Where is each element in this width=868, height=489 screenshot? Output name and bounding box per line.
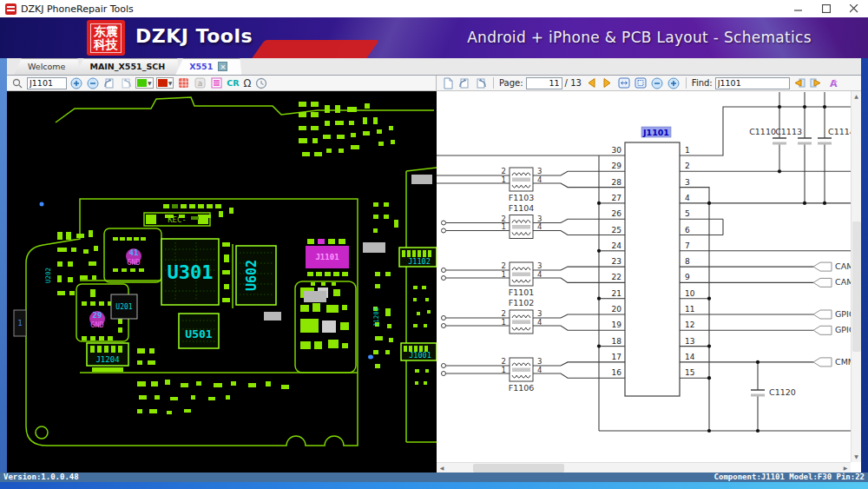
rotate-left-icon[interactable]: [102, 76, 116, 90]
svg-text:24: 24: [612, 241, 622, 250]
history-button[interactable]: [254, 76, 268, 90]
board-view-button[interactable]: [176, 76, 190, 90]
schematic-canvas[interactable]: J1101 30 29 28 27 26 25 24 23 22: [437, 91, 851, 462]
svg-text:25: 25: [612, 226, 621, 235]
svg-text:3: 3: [537, 309, 542, 318]
schematic-view-panel[interactable]: J1101 30 29 28 27 26 25 24 23 22: [437, 91, 861, 472]
status-version: Version:1.0.0.48: [3, 472, 79, 482]
rotate-right-icon[interactable]: [119, 76, 133, 90]
svg-text:19: 19: [612, 320, 622, 329]
zoom-in-page-button[interactable]: [667, 76, 681, 90]
schematic-capacitor-c1113[interactable]: C1113: [775, 127, 812, 143]
page-icon[interactable]: [441, 76, 455, 90]
svg-text:29: 29: [612, 162, 622, 170]
pcb-pin1-marker[interactable]: 1: [14, 310, 26, 336]
rotate-page-left-icon[interactable]: [457, 76, 471, 90]
pcb-component-u201[interactable]: U201: [111, 294, 137, 319]
banner-red-swoosh: [249, 40, 379, 58]
title-bar: DZKJ PhoneRepair Tools: [0, 0, 868, 17]
resistance-mode-button[interactable]: Ω: [243, 77, 253, 89]
pcb-component-u202[interactable]: U202: [44, 268, 52, 283]
svg-text:41: 41: [129, 248, 139, 257]
measure-list-button[interactable]: [209, 76, 223, 90]
previous-page-button[interactable]: [584, 76, 598, 90]
schematic-capacitor-c1114[interactable]: C1114: [818, 127, 851, 143]
tab-main-sch[interactable]: MAIN_X551_SCH: [76, 58, 179, 75]
toolbar-row: ▼ ▼ a CR Ω: [7, 76, 861, 91]
highlight-all-button[interactable]: A: [825, 76, 839, 90]
svg-text:14: 14: [685, 353, 695, 361]
schematic-net-labels[interactable]: CAM_SD CAM_SC GPIO9_ GPIO10 CMMCL: [813, 261, 851, 367]
svg-text:3: 3: [537, 357, 542, 366]
horizontal-scroll-thumb[interactable]: [473, 464, 564, 472]
pcb-canvas[interactable]: KEC-: [7, 91, 437, 472]
pcb-search-input[interactable]: [27, 77, 67, 89]
top-layer-color-picker[interactable]: ▼: [135, 77, 154, 89]
schematic-filter-f1103[interactable]: F1103 21 34: [502, 167, 542, 202]
pcb-component-kec[interactable]: KEC-: [146, 215, 208, 224]
rotate-page-right-icon[interactable]: [474, 76, 488, 90]
svg-text:4: 4: [537, 366, 542, 374]
svg-text:GND: GND: [90, 320, 103, 329]
svg-text:4: 4: [537, 222, 542, 231]
pcb-toolbar: ▼ ▼ a CR Ω: [7, 76, 437, 90]
brand-logo: 东震科技: [87, 20, 125, 56]
svg-text:F1102: F1102: [509, 298, 535, 307]
label-toggle-button[interactable]: a: [193, 76, 207, 90]
pcb-component-j1101-selected[interactable]: J1101: [306, 239, 349, 268]
find-next-button[interactable]: [809, 76, 823, 90]
pcb-via-41-gnd[interactable]: 41 GND: [126, 248, 141, 267]
vertical-scroll-thumb[interactable]: [852, 221, 861, 352]
cr-mode-button[interactable]: CR: [226, 78, 240, 88]
app-window: DZKJ PhoneRepair Tools 东震科技 DZKJ Tools A…: [0, 0, 868, 489]
scroll-left-arrow[interactable]: ◀: [437, 463, 447, 473]
scroll-down-arrow[interactable]: ▼: [852, 452, 861, 462]
svg-text:20: 20: [612, 305, 622, 314]
zoom-out-page-button[interactable]: [650, 76, 664, 90]
find-input[interactable]: [715, 77, 790, 89]
svg-text:F1104: F1104: [509, 203, 535, 213]
header-banner: 东震科技 DZKJ Tools Android + iPhone & PCB L…: [0, 17, 868, 58]
maximize-button[interactable]: [812, 0, 840, 17]
find-previous-button[interactable]: [792, 76, 806, 90]
pcb-component-j1102[interactable]: J1102: [399, 248, 437, 267]
svg-text:C1113: C1113: [775, 127, 802, 136]
next-page-button[interactable]: [601, 76, 615, 90]
pcb-component-u602[interactable]: U602: [236, 246, 276, 305]
pcb-component-u301[interactable]: U301: [161, 239, 219, 305]
zoom-in-button[interactable]: [69, 76, 83, 90]
fit-width-button[interactable]: [617, 76, 631, 90]
minimize-button[interactable]: [785, 0, 812, 17]
svg-text:2: 2: [502, 309, 506, 318]
page-number-input[interactable]: [526, 77, 562, 89]
schematic-filter-f1106[interactable]: F1106 21 34: [502, 357, 542, 393]
bottom-layer-color-picker[interactable]: ▼: [156, 77, 174, 89]
tab-close-icon[interactable]: ✕: [218, 62, 227, 71]
schematic-filter-f1104[interactable]: F1104 21 34: [502, 203, 542, 239]
pcb-component-u501[interactable]: U501: [179, 314, 219, 348]
horizontal-scrollbar[interactable]: ◀ ▶: [437, 462, 851, 472]
schematic-filter-f1102[interactable]: F1102 21 34: [502, 298, 542, 334]
svg-text:4: 4: [537, 175, 542, 184]
tab-x551[interactable]: X551 ✕: [175, 58, 241, 75]
zoom-out-button[interactable]: [86, 76, 100, 90]
pcb-board-outline: [26, 97, 437, 446]
chevron-down-icon: ▼: [168, 80, 173, 86]
scroll-up-arrow[interactable]: ▲: [852, 91, 861, 102]
scroll-right-arrow[interactable]: ▶: [840, 463, 851, 473]
close-button[interactable]: [840, 0, 868, 17]
pcb-view-panel[interactable]: KEC-: [7, 91, 437, 472]
tab-welcome[interactable]: Welcome: [14, 58, 79, 75]
svg-text:F1106: F1106: [509, 383, 535, 393]
svg-text:1: 1: [502, 270, 506, 279]
pcb-component-j1203[interactable]: J1203: [372, 307, 380, 327]
schematic-connector-j1101[interactable]: J1101: [625, 127, 680, 396]
pcb-component-j1001[interactable]: J1001: [401, 343, 437, 360]
pcb-via-29-gnd[interactable]: 29 GND: [89, 311, 105, 329]
fit-page-button[interactable]: [634, 76, 648, 90]
svg-text:GPIO9_: GPIO9_: [835, 309, 851, 319]
vertical-scrollbar[interactable]: ▲ ▼: [851, 91, 861, 462]
schematic-filter-f1101[interactable]: F1101 21 34: [502, 261, 542, 297]
bottom-layer-color-chip: [158, 79, 168, 87]
pcb-component-j1204[interactable]: J1204: [87, 343, 128, 372]
